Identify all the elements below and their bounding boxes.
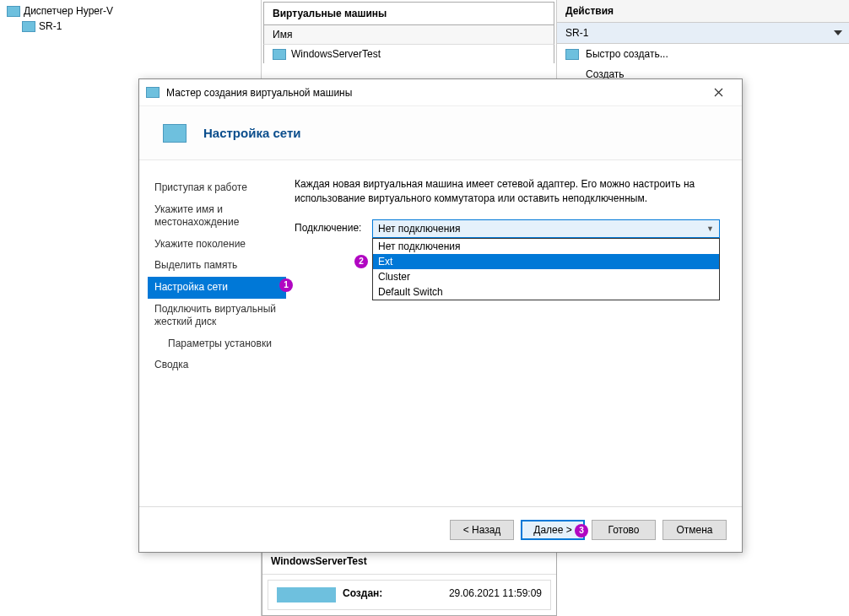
connection-combobox[interactable]: Нет подключения ▼ (372, 219, 720, 238)
nav-network[interactable]: Настройка сети 1 (148, 277, 286, 299)
detail-created-label: Создан: (343, 587, 382, 599)
cancel-button[interactable]: Отмена (662, 520, 727, 540)
vm-icon (273, 49, 286, 60)
actions-title: Действия (557, 0, 849, 23)
connection-field: Подключение: Нет подключения ▼ Нет подкл… (295, 219, 720, 238)
detail-created-value: 29.06.2021 11:59:09 (449, 587, 542, 602)
connection-label: Подключение: (295, 219, 365, 234)
tree-server-label: SR-1 (39, 20, 62, 32)
vm-name: WindowsServerTest (291, 48, 381, 60)
nav-install-options[interactable]: Параметры установки (148, 333, 286, 355)
action-quick-create[interactable]: Быстро создать... (557, 44, 849, 64)
description-text: Каждая новая виртуальная машина имеет се… (295, 177, 720, 206)
dropdown-option-ext-label: Ext (378, 256, 392, 267)
wizard-page-title: Настройка сети (203, 126, 300, 140)
wizard-header: Настройка сети (139, 106, 742, 160)
badge-2: 2 (354, 255, 368, 268)
nav-summary[interactable]: Сводка (148, 354, 286, 376)
finish-button[interactable]: Готово (592, 520, 656, 540)
close-button[interactable] (701, 82, 735, 104)
combo-selected-text: Нет подключения (378, 223, 461, 235)
dropdown-option-none[interactable]: Нет подключения (373, 239, 719, 254)
close-icon (714, 88, 723, 97)
tree-root[interactable]: Диспетчер Hyper-V (7, 3, 254, 19)
nav-before-you-begin[interactable]: Приступая к работе (148, 177, 286, 199)
next-button-label: Далее > (533, 524, 572, 536)
vm-detail-panel: WindowsServerTest Создан: 29.06.2021 11:… (262, 548, 557, 616)
dialog-title: Мастер создания виртуальной машины (166, 87, 701, 99)
quick-create-icon (565, 49, 579, 60)
hyperv-icon (7, 6, 20, 17)
connection-dropdown: Нет подключения 2 Ext Cluster Default Sw… (372, 238, 720, 300)
badge-3: 3 (575, 524, 588, 538)
nav-memory[interactable]: Выделить память (148, 255, 286, 277)
detail-created-row: Создан: 29.06.2021 11:59:09 (268, 580, 551, 610)
vm-wizard-dialog: Мастер создания виртуальной машины Настр… (138, 78, 743, 553)
vm-panel-title: Виртуальные машины (263, 2, 554, 25)
nav-network-label: Настройка сети (154, 281, 228, 293)
wizard-body: Приступая к работе Укажите имя и местона… (139, 160, 742, 506)
actions-section-sr1[interactable]: SR-1 (557, 23, 849, 44)
chevron-down-icon: ▼ (706, 224, 714, 233)
action-quick-label: Быстро создать... (586, 48, 668, 60)
nav-name-location[interactable]: Укажите имя и местонахождение (148, 199, 286, 234)
vm-list-item[interactable]: WindowsServerTest (263, 45, 554, 63)
wizard-content: Каждая новая виртуальная машина имеет се… (286, 160, 742, 506)
dialog-icon (146, 87, 160, 98)
wizard-nav: Приступая к работе Укажите имя и местона… (139, 160, 286, 506)
next-button[interactable]: Далее > 3 (521, 520, 585, 540)
nav-vhd[interactable]: Подключить виртуальный жесткий диск (148, 299, 286, 333)
wizard-icon (163, 124, 187, 143)
back-button[interactable]: < Назад (450, 520, 514, 540)
badge-1: 1 (279, 278, 293, 292)
vm-column-name[interactable]: Имя (263, 25, 554, 45)
dialog-title-bar: Мастер создания виртуальной машины (139, 79, 742, 106)
nav-generation[interactable]: Укажите поколение (148, 234, 286, 256)
dropdown-option-default-switch[interactable]: Default Switch (373, 284, 719, 300)
tree-root-label: Диспетчер Hyper-V (24, 5, 113, 17)
dropdown-option-cluster[interactable]: Cluster (373, 269, 719, 284)
dropdown-option-ext[interactable]: 2 Ext (373, 254, 719, 269)
wizard-footer: < Назад Далее > 3 Готово Отмена (139, 506, 742, 552)
server-icon (22, 21, 35, 32)
vm-thumbnail-icon (277, 587, 336, 602)
tree-server[interactable]: SR-1 (22, 19, 254, 34)
